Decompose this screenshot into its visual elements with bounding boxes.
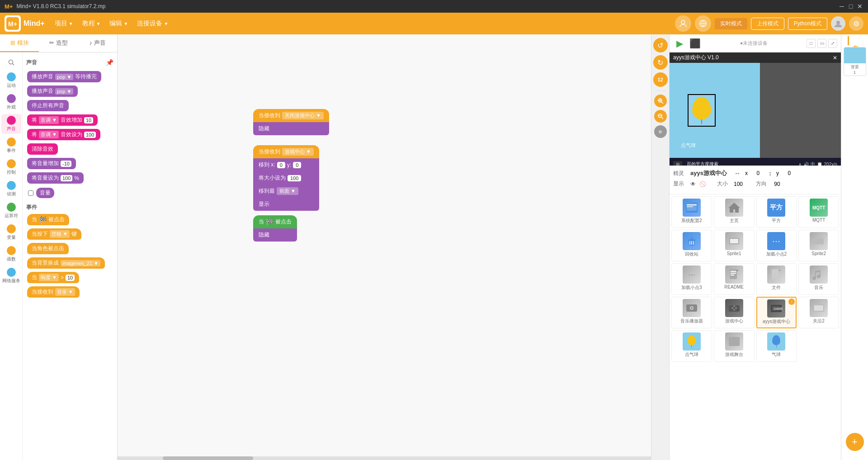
titlebar-controls[interactable]: ─ □ ✕ (838, 3, 863, 10)
zoom-out-btn[interactable] (654, 110, 667, 123)
sprite-x[interactable]: 0 (751, 170, 765, 176)
cat-event[interactable]: 事件 (1, 136, 21, 156)
backdrop-card-1[interactable]: 背景1 (844, 47, 866, 76)
win-normal-btn[interactable]: □ (807, 39, 816, 48)
cat-search[interactable] (1, 56, 21, 69)
win-expand-btn[interactable]: ⤢ (828, 39, 837, 48)
sprite-card-ayys-game[interactable]: ! GAME ayys游戏中心 (756, 297, 797, 328)
visibility-off-btn[interactable]: 🚫 (699, 181, 706, 187)
volume-checkbox[interactable] (28, 190, 33, 196)
cat-sound[interactable]: 声音 (1, 114, 21, 134)
sprite-card-music[interactable]: 音乐 (798, 263, 839, 295)
block-clear-sound-effects[interactable]: 清除音效 (26, 142, 113, 156)
cat-motion[interactable]: 运动 (1, 71, 21, 90)
workspace-scrollbar-thumb[interactable] (163, 456, 253, 460)
redo-btn[interactable]: ↻ (653, 55, 668, 70)
ws-block-show[interactable]: 显示 (253, 198, 319, 211)
cat-function[interactable]: 函数 (1, 244, 21, 264)
ws-block-receive-game[interactable]: 当接收到 游戏中心 ▼ (253, 145, 319, 158)
sprite-size[interactable]: 100 (731, 181, 745, 187)
avatar[interactable] (831, 16, 845, 31)
block-play-sound-wait[interactable]: 播放声音 pop ▼ 等待播完 (26, 70, 113, 83)
visibility-on-btn[interactable]: 👁 (690, 181, 696, 187)
ws-block-receive-close[interactable]: 当接收到 关闭游戏中心 ▼ (253, 109, 329, 122)
sprite-card-sprite1[interactable]: Sprite1 (714, 230, 755, 261)
sprite-y[interactable]: 0 (783, 170, 796, 176)
win-maximize-btn[interactable]: ▭ (817, 39, 826, 48)
block-when-receive[interactable]: 当接收到 登录 ▼ (26, 285, 113, 299)
zoom-reset-btn[interactable]: 12 (653, 72, 668, 87)
workspace[interactable]: 当接收到 关闭游戏中心 ▼ 隐藏 当接收到 游戏中心 ▼ 移到 x: 0 y: … (118, 34, 651, 460)
sprite-direction[interactable]: 90 (770, 181, 784, 187)
block-play-sound[interactable]: 播放声音 pop ▼ (26, 85, 113, 98)
cat-looks[interactable]: 外观 (1, 92, 21, 112)
sprite-card-game-center[interactable]: 游戏中心 (714, 297, 755, 328)
cat-control[interactable]: 控制 (1, 157, 21, 177)
network-icon-btn[interactable] (695, 15, 711, 32)
ws-block-flag-clicked[interactable]: 当 🏁 被点击 (253, 215, 297, 228)
cat-sensing[interactable]: 侦测 (1, 179, 21, 199)
workspace-scrollbar[interactable] (118, 456, 651, 460)
sprite-card-readme[interactable]: README (714, 263, 755, 295)
menu-edit[interactable]: 编辑 ▼ (106, 18, 132, 29)
realtime-mode-btn[interactable]: 实时模式 (715, 18, 747, 29)
tab-sounds[interactable]: ♪ 声音 (78, 34, 117, 52)
ws-block-hide-2[interactable]: 隐藏 (253, 228, 297, 242)
pin-icon[interactable]: 📌 (106, 59, 113, 66)
cat-variable[interactable]: 变量 (1, 223, 21, 242)
undo-btn[interactable]: ↺ (653, 38, 668, 52)
cat-network[interactable]: 网络服务 (1, 266, 21, 286)
sprite-card-system-config[interactable]: 系统配置2 (671, 196, 712, 228)
ws-block-hide-1[interactable]: 隐藏 (253, 122, 329, 135)
close-btn[interactable]: ✕ (856, 3, 863, 10)
sprite-card-mqtt[interactable]: MQTT MQTT (798, 196, 839, 228)
block-volume-change[interactable]: 将音量增加 -10 (26, 157, 113, 170)
stop-btn[interactable]: ⬛ (689, 37, 701, 50)
block-volume-reporter[interactable]: 音量 (26, 186, 113, 200)
ws-block-set-size[interactable]: 将大小设为 100 (253, 171, 319, 185)
play-btn[interactable]: ▶ (673, 37, 686, 50)
menu-project[interactable]: 项目 ▼ (51, 18, 77, 29)
stage-tab-stage[interactable]: 舞台 (848, 36, 862, 45)
block-stop-all-sounds[interactable]: 停止所有声音 (26, 99, 113, 112)
sprite-card-sprite2[interactable]: Sprite2 (798, 230, 839, 261)
block-sound-effect-set[interactable]: 将 音调 ▼ 音效设为 100 (26, 128, 113, 141)
upload-mode-btn[interactable]: 上传模式 (751, 18, 784, 30)
sprite-card-load3[interactable]: ⋯ 加载小点3 (671, 263, 712, 295)
block-when-flag-clicked[interactable]: 当 🏁 被点击 (26, 213, 113, 226)
sprite-card-file[interactable]: 文件 (756, 263, 797, 295)
menu-btn[interactable]: ≡ (654, 125, 667, 138)
taskbar-search[interactable]: 百的平方度搜索 (684, 160, 797, 166)
settings-btn[interactable]: ⚙ (849, 16, 863, 31)
block-when-loudness[interactable]: 当 响度 ▼ > 10 (26, 271, 113, 284)
maximize-btn[interactable]: □ (847, 3, 854, 10)
add-sprite-btn[interactable]: + (846, 433, 864, 451)
python-mode-btn[interactable]: Python模式 (788, 18, 827, 30)
zoom-in-btn[interactable] (654, 95, 667, 107)
menu-tutorial[interactable]: 教程 ▼ (79, 18, 104, 29)
sprite-card-square[interactable]: 平方 平方 (756, 196, 797, 228)
block-when-backdrop-switches[interactable]: 当背景换成 imagenes_21 ▼ (26, 256, 113, 270)
sprite-card-music-player[interactable]: 音乐播放器 (671, 297, 712, 328)
block-when-sprite-clicked[interactable]: 当角色被点击 (26, 242, 113, 255)
block-sound-effect-change[interactable]: 将 音调 ▼ 音效增加 10 (26, 114, 113, 127)
sprite-card-recycle[interactable]: 回收站 (671, 230, 712, 261)
start-menu-btn[interactable]: ⊞ (673, 161, 682, 166)
sprite-card-guan2[interactable]: 关沿2 (798, 297, 839, 328)
user-icon-btn[interactable] (675, 15, 691, 32)
ws-block-goto-xy[interactable]: 移到 x: 0 y: 0 (253, 158, 319, 171)
sprite-card-balloon[interactable]: 点气球 (671, 330, 712, 362)
sprite-card-load2[interactable]: ⋯ 加载小点2 (756, 230, 797, 261)
cat-operator[interactable]: 运算符 (1, 201, 21, 221)
tab-costumes[interactable]: ✏ 造型 (39, 34, 78, 52)
ws-block-go-to-layer[interactable]: 移到最 前面 ▼ (253, 185, 319, 198)
block-volume-set[interactable]: 将音量设为 100 % (26, 171, 113, 185)
sprite-card-blue-balloon[interactable]: 气球 (756, 330, 797, 362)
sprite-card-home[interactable]: 主页 (714, 196, 755, 228)
tab-blocks[interactable]: ⊞ 模块 (0, 34, 39, 52)
block-when-key-pressed[interactable]: 当按下 空格 ▼ 键 (26, 228, 113, 241)
sprite-card-game-stage[interactable]: 游戏舞台 (714, 330, 755, 362)
minimize-btn[interactable]: ─ (838, 3, 845, 10)
menu-connect[interactable]: 连接设备 ▼ (133, 18, 172, 29)
stage-close-btn[interactable]: ✕ (833, 55, 837, 61)
